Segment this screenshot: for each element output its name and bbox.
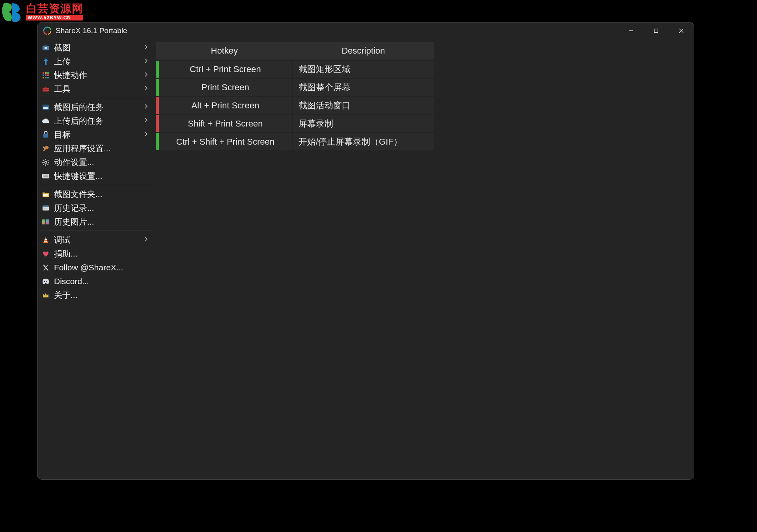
x-icon: [41, 263, 50, 272]
svg-rect-25: [43, 107, 48, 109]
chevron-right-icon: [145, 237, 148, 243]
table-row[interactable]: Ctrl + Print Screen截图矩形区域: [156, 60, 434, 78]
cloud-icon: [41, 117, 50, 125]
svg-rect-42: [47, 175, 48, 175]
sidebar-item-hotkey-settings[interactable]: 快捷键设置...: [37, 169, 153, 183]
status-bar: [156, 78, 159, 96]
sidebar-item-label: 快捷动作: [54, 70, 145, 81]
heart-icon: [41, 249, 50, 258]
hotkey-cell[interactable]: Print Screen: [159, 78, 293, 96]
col-description[interactable]: Description: [293, 42, 434, 60]
svg-rect-50: [46, 219, 49, 221]
hotkey-cell[interactable]: Alt + Print Screen: [159, 96, 293, 114]
svg-rect-46: [43, 205, 49, 207]
history-icon: [41, 204, 50, 212]
sidebar-item-label: Discord...: [54, 277, 148, 286]
svg-rect-51: [42, 222, 45, 224]
app-icon: [43, 26, 52, 35]
toolbox-icon: [41, 85, 50, 93]
chevron-right-icon: [145, 86, 148, 92]
svg-rect-16: [47, 74, 49, 76]
svg-rect-38: [43, 175, 44, 175]
chevron-right-icon: [145, 58, 148, 64]
grid-icon: [41, 71, 50, 80]
menu-separator: [40, 98, 151, 98]
description-cell[interactable]: 截图活动窗口: [293, 96, 434, 114]
description-cell[interactable]: 开始/停止屏幕录制（GIF）: [293, 132, 434, 150]
sidebar-item-upload[interactable]: 上传: [37, 54, 153, 68]
sidebar-item-screenshot-folder[interactable]: 截图文件夹...: [37, 187, 153, 201]
hotkey-cell[interactable]: Shift + Print Screen: [159, 114, 293, 132]
svg-point-56: [46, 281, 47, 282]
sidebar-item-after-capture[interactable]: 截图后的任务: [37, 100, 153, 114]
sidebar-item-image-history[interactable]: 历史图片...: [37, 215, 153, 229]
sidebar-item-follow[interactable]: Follow @ShareX...: [37, 260, 153, 274]
svg-rect-26: [43, 134, 48, 138]
svg-point-55: [44, 281, 45, 282]
close-button[interactable]: [669, 22, 694, 39]
sidebar-item-label: 上传后的任务: [54, 115, 145, 126]
hotkey-cell[interactable]: Ctrl + Shift + Print Screen: [159, 132, 293, 150]
sidebar-item-label: 应用程序设置...: [54, 143, 148, 154]
hotkey-cell[interactable]: Ctrl + Print Screen: [159, 60, 293, 78]
svg-rect-53: [45, 239, 47, 240]
table-row[interactable]: Ctrl + Shift + Print Screen开始/停止屏幕录制（GIF…: [156, 132, 434, 150]
svg-rect-13: [47, 72, 49, 74]
svg-rect-21: [43, 89, 49, 89]
sidebar-item-label: 动作设置...: [54, 157, 148, 168]
discord-icon: [41, 277, 50, 286]
svg-rect-14: [43, 74, 44, 76]
table-row[interactable]: Shift + Print Screen屏幕录制: [156, 114, 434, 132]
sidebar-item-after-upload[interactable]: 上传后的任务: [37, 114, 153, 128]
sidebar-item-label: 历史图片...: [54, 216, 148, 227]
description-cell[interactable]: 截图整个屏幕: [293, 78, 434, 96]
sidebar-item-donate[interactable]: 捐助...: [37, 247, 153, 260]
sidebar-item-discord[interactable]: Discord...: [37, 274, 153, 288]
sidebar-item-tools[interactable]: 工具: [37, 82, 153, 96]
sidebar-item-debug[interactable]: 调试: [37, 233, 153, 247]
svg-rect-37: [42, 174, 49, 178]
svg-rect-41: [46, 175, 47, 175]
titlebar[interactable]: ShareX 16.1 Portable: [37, 22, 694, 39]
chevron-right-icon: [145, 132, 148, 138]
sidebar-item-target[interactable]: 目标: [37, 128, 153, 141]
svg-rect-29: [45, 164, 46, 166]
target-icon: [41, 130, 50, 139]
gear-icon: [41, 158, 50, 167]
sidebar-item-quick-actions[interactable]: 快捷动作: [37, 68, 153, 82]
description-cell[interactable]: 屏幕录制: [293, 114, 434, 132]
app-window: ShareX 16.1 Portable 截图上传快捷动作工具截图后的任务上传后…: [37, 22, 694, 480]
sidebar-item-about[interactable]: 关于...: [37, 288, 153, 302]
description-cell[interactable]: 截图矩形区域: [293, 60, 434, 78]
svg-rect-35: [43, 164, 44, 165]
svg-rect-28: [45, 159, 46, 160]
sidebar-item-capture[interactable]: 截图: [37, 41, 153, 54]
table-row[interactable]: Print Screen截图整个屏幕: [156, 78, 434, 96]
svg-rect-52: [46, 222, 49, 224]
sidebar-item-label: 目标: [54, 129, 145, 140]
sidebar-item-history[interactable]: 历史记录...: [37, 201, 153, 215]
svg-rect-18: [45, 77, 47, 78]
svg-rect-49: [42, 219, 45, 221]
svg-rect-47: [43, 208, 48, 208]
menu-separator: [40, 231, 151, 231]
folder-icon: [41, 190, 50, 199]
sidebar-item-label: 关于...: [54, 290, 148, 301]
svg-rect-44: [43, 194, 48, 196]
svg-rect-9: [44, 45, 47, 46]
sidebar-item-action-settings[interactable]: 动作设置...: [37, 155, 153, 169]
maximize-button[interactable]: [643, 22, 669, 39]
table-row[interactable]: Alt + Print Screen截图活动窗口: [156, 96, 434, 114]
watermark-logo: 白芸资源网 WWW.52BYW.CN: [0, 0, 83, 24]
status-bar: [156, 60, 159, 78]
svg-rect-54: [44, 241, 47, 242]
menu-separator: [40, 185, 151, 185]
col-hotkey[interactable]: Hotkey: [156, 42, 293, 60]
chevron-right-icon: [145, 45, 148, 50]
sidebar-item-label: Follow @ShareX...: [54, 263, 148, 272]
status-bar: [156, 132, 159, 150]
minimize-button[interactable]: [618, 22, 643, 39]
sidebar-item-label: 捐助...: [54, 248, 148, 259]
svg-rect-32: [43, 160, 44, 161]
sidebar-item-app-settings[interactable]: 应用程序设置...: [37, 141, 153, 155]
